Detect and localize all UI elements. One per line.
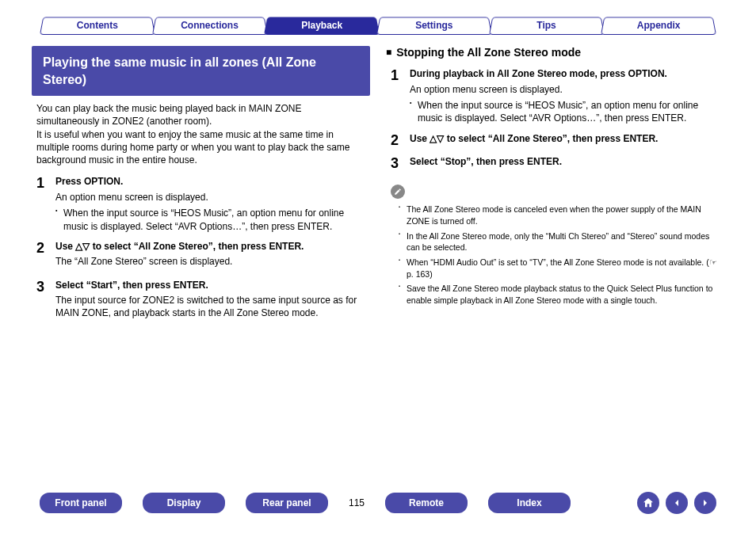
intro-line-1: You can play back the music being played… (36, 102, 365, 128)
left-column: Playing the same music in all zones (All… (32, 46, 370, 331)
home-icon[interactable] (637, 492, 659, 514)
tab-settings[interactable]: Settings (376, 16, 492, 35)
step-3: 3 Select “Stop”, then press ENTER. (391, 156, 720, 172)
note-item: The All Zone Stereo mode is canceled eve… (399, 204, 720, 227)
step-2: 2 Use △▽ to select “All Zone Stereo”, th… (36, 241, 365, 272)
rear-panel-button[interactable]: Rear panel (246, 493, 328, 513)
step-number: 1 (391, 68, 410, 125)
next-page-icon[interactable] (694, 492, 716, 514)
left-steps: 1 Press OPTION. An option menu screen is… (32, 176, 370, 323)
remote-button[interactable]: Remote (385, 493, 468, 513)
prev-page-icon[interactable] (666, 492, 688, 514)
index-button[interactable]: Index (488, 493, 571, 513)
page-number: 115 (349, 497, 365, 508)
top-nav: Contents Connections Playback Settings T… (0, 0, 756, 35)
step-2: 2 Use △▽ to select “All Zone Stereo”, th… (391, 133, 720, 149)
step-bullet: When the input source is “HEOS Music”, a… (410, 99, 720, 124)
step-number: 3 (36, 280, 55, 323)
step-title: Select “Stop”, then press ENTER. (410, 156, 720, 169)
note-item: When “HDMI Audio Out” is set to “TV”, th… (399, 257, 720, 280)
content-area: Playing the same music in all zones (All… (0, 35, 756, 331)
step-title: Press OPTION. (55, 176, 365, 188)
intro-text: You can play back the music being played… (32, 102, 370, 166)
intro-line-2: It is useful when you want to enjoy the … (36, 128, 365, 167)
note-icon (391, 185, 405, 199)
notes-list: The All Zone Stereo mode is canceled eve… (386, 204, 724, 306)
section-heading: Playing the same music in all zones (All… (32, 46, 370, 96)
step-title: During playback in All Zone Stereo mode,… (410, 68, 720, 81)
step-number: 2 (36, 241, 55, 272)
step-desc: An option menu screen is displayed. (55, 192, 365, 204)
step-number: 2 (391, 133, 410, 149)
tab-tips[interactable]: Tips (489, 16, 605, 35)
step-desc: The “All Zone Stereo” screen is displaye… (55, 256, 365, 268)
step-1: 1 During playback in All Zone Stereo mod… (391, 68, 720, 125)
step-title: Use △▽ to select “All Zone Stereo”, then… (55, 241, 365, 253)
note-item: In the All Zone Stereo mode, only the “M… (399, 230, 720, 253)
front-panel-button[interactable]: Front panel (40, 493, 122, 513)
step-bullet: When the input source is “HEOS Music”, a… (55, 207, 365, 232)
tab-appendix[interactable]: Appendix (601, 16, 716, 35)
step-1: 1 Press OPTION. An option menu screen is… (36, 176, 365, 233)
step-3: 3 Select “Start”, then press ENTER. The … (36, 280, 365, 323)
square-bullet-icon: ■ (386, 47, 391, 58)
step-desc: An option menu screen is displayed. (410, 84, 720, 97)
step-number: 3 (391, 156, 410, 172)
step-title: Use △▽ to select “All Zone Stereo”, then… (410, 133, 720, 146)
right-steps: 1 During playback in All Zone Stereo mod… (386, 68, 724, 172)
step-title: Select “Start”, then press ENTER. (55, 280, 365, 292)
sub-heading-text: Stopping the All Zone Stereo mode (396, 46, 581, 59)
step-desc: The input source for ZONE2 is switched t… (55, 295, 365, 319)
display-button[interactable]: Display (143, 493, 225, 513)
tab-playback[interactable]: Playback (264, 16, 380, 35)
bottom-nav: Front panel Display Rear panel 115 Remot… (0, 492, 756, 514)
tab-contents[interactable]: Contents (40, 16, 155, 35)
tab-connections[interactable]: Connections (152, 16, 268, 35)
note-item: Save the All Zone Stereo mode playback s… (399, 283, 720, 306)
nav-icons (637, 492, 716, 514)
step-number: 1 (36, 176, 55, 233)
right-column: ■ Stopping the All Zone Stereo mode 1 Du… (386, 46, 724, 331)
sub-heading: ■ Stopping the All Zone Stereo mode (386, 46, 724, 59)
